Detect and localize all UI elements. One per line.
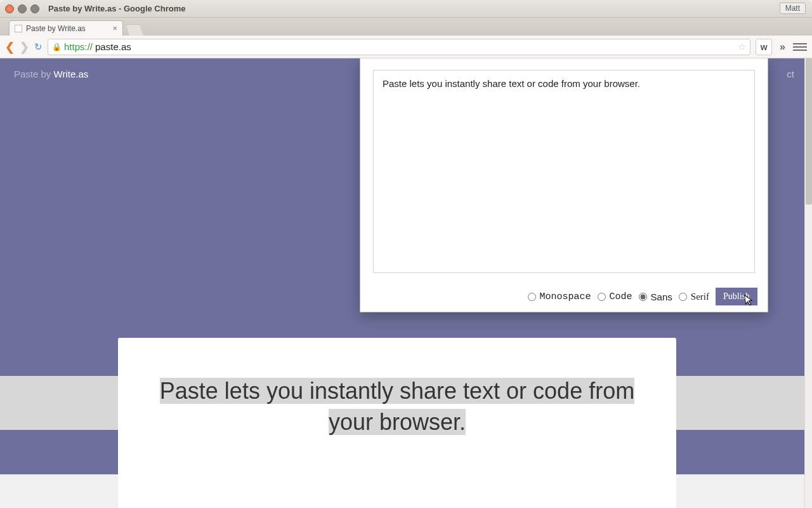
- extension-icon-label: w: [761, 42, 768, 52]
- radio-monospace[interactable]: [528, 293, 536, 301]
- site-nav-fragment[interactable]: ct: [787, 69, 794, 79]
- font-label-sans: Sans: [651, 291, 672, 302]
- url-host: paste.as: [95, 41, 131, 52]
- font-label-code: Code: [610, 291, 632, 302]
- vertical-scrollbar[interactable]: [804, 58, 812, 508]
- window-maximize-button[interactable]: [30, 4, 39, 13]
- page-viewport: Paste by Write.as ct Effortle Paste lets…: [0, 58, 812, 508]
- tab-title: Paste by Write.as: [26, 24, 86, 33]
- extensions-overflow-icon[interactable]: »: [777, 41, 788, 53]
- card-heading[interactable]: Paste lets you instantly share text or c…: [160, 378, 634, 435]
- font-option-code[interactable]: Code: [598, 291, 632, 302]
- chrome-menu-button[interactable]: [793, 41, 807, 53]
- brand-name: Write.as: [54, 69, 89, 79]
- site-brand[interactable]: Paste by Write.as: [14, 69, 88, 79]
- card-heading-block: Paste lets you instantly share text or c…: [118, 376, 676, 438]
- window-close-button[interactable]: [5, 4, 14, 13]
- forward-button: ❯: [20, 40, 29, 54]
- paste-textarea[interactable]: Paste lets you instantly share text or c…: [373, 70, 755, 273]
- extension-popup: Paste lets you instantly share text or c…: [360, 58, 768, 312]
- popup-footer: Monospace Code Sans Serif Publish: [360, 288, 768, 305]
- window-minimize-button[interactable]: [18, 4, 27, 13]
- radio-serif[interactable]: [679, 293, 687, 301]
- writeas-extension-button[interactable]: w: [756, 39, 772, 55]
- font-option-sans[interactable]: Sans: [639, 291, 672, 302]
- page-favicon-icon: [15, 25, 22, 32]
- font-option-serif[interactable]: Serif: [679, 291, 709, 302]
- font-label-serif: Serif: [691, 291, 709, 302]
- address-bar[interactable]: 🔒 https:// paste.as ☆: [48, 39, 750, 55]
- brand-prefix: Paste by: [14, 69, 54, 79]
- font-label-monospace: Monospace: [540, 291, 591, 302]
- browser-tab[interactable]: Paste by Write.as ×: [9, 20, 123, 36]
- url-protocol: https://: [64, 41, 93, 52]
- window-titlebar: Paste by Write.as - Google Chrome Matt: [0, 0, 812, 18]
- tab-close-icon[interactable]: ×: [112, 23, 117, 33]
- window-title: Paste by Write.as - Google Chrome: [48, 4, 185, 13]
- scrollbar-thumb[interactable]: [806, 58, 812, 204]
- mouse-cursor-icon: [744, 293, 755, 307]
- browser-toolbar: ❮ ❯ ↻ 🔒 https:// paste.as ☆ w »: [0, 36, 812, 58]
- tab-strip: Paste by Write.as ×: [0, 18, 812, 36]
- os-account-indicator[interactable]: Matt: [780, 3, 806, 14]
- reload-button[interactable]: ↻: [34, 41, 43, 53]
- new-tab-button[interactable]: [125, 24, 144, 36]
- lock-icon: 🔒: [52, 43, 62, 51]
- font-option-monospace[interactable]: Monospace: [528, 291, 591, 302]
- paste-textarea-content: Paste lets you instantly share text or c…: [383, 78, 640, 89]
- bookmark-star-icon[interactable]: ☆: [738, 41, 746, 53]
- radio-code[interactable]: [598, 293, 606, 301]
- radio-sans[interactable]: [639, 293, 647, 301]
- back-button[interactable]: ❮: [5, 40, 15, 54]
